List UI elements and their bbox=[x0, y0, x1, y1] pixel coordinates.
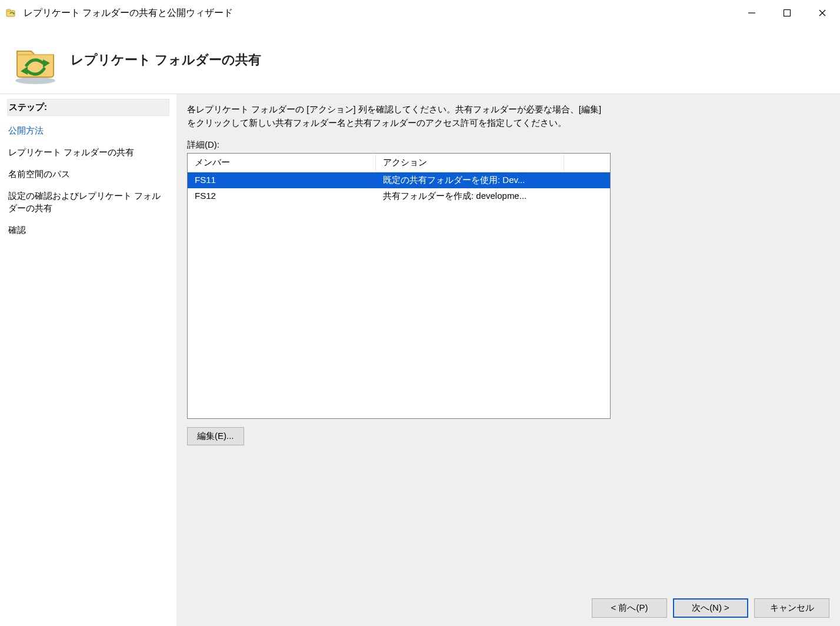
edit-button-row: 編集(E)... bbox=[187, 427, 829, 445]
instruction-text: 各レプリケート フォルダーの [アクション] 列を確認してください。共有フォルダ… bbox=[187, 102, 611, 130]
steps-heading: ステップ: bbox=[7, 99, 169, 116]
back-button[interactable]: < 前へ(P) bbox=[592, 598, 667, 618]
maximize-button[interactable] bbox=[769, 0, 805, 26]
wizard-footer: < 前へ(P) 次へ(N) > キャンセル bbox=[592, 598, 829, 618]
cell-member: FS12 bbox=[188, 188, 376, 204]
window-title: レプリケート フォルダーの共有と公開ウィザード bbox=[24, 7, 734, 19]
listview-rows: FS11 既定の共有フォルダーを使用: Dev... FS12 共有フォルダーを… bbox=[188, 172, 610, 204]
next-button[interactable]: 次へ(N) > bbox=[673, 598, 748, 618]
cancel-button[interactable]: キャンセル bbox=[754, 598, 829, 618]
main-pane: 各レプリケート フォルダーの [アクション] 列を確認してください。共有フォルダ… bbox=[176, 94, 840, 626]
table-row[interactable]: FS12 共有フォルダーを作成: developme... bbox=[188, 188, 610, 204]
step-publish-method[interactable]: 公開方法 bbox=[7, 119, 169, 141]
step-confirm-settings[interactable]: 設定の確認およびレプリケート フォルダーの共有 bbox=[7, 185, 169, 219]
listview-header: メンバー アクション bbox=[188, 154, 610, 172]
wizard-body: ステップ: 公開方法 レプリケート フォルダーの共有 名前空間のパス 設定の確認… bbox=[0, 94, 840, 626]
detail-listview[interactable]: メンバー アクション FS11 既定の共有フォルダーを使用: Dev... FS… bbox=[187, 153, 611, 419]
edit-button[interactable]: 編集(E)... bbox=[187, 427, 244, 445]
step-replicate-folder-share[interactable]: レプリケート フォルダーの共有 bbox=[7, 141, 169, 163]
wizard-header: レプリケート フォルダーの共有 bbox=[0, 26, 840, 94]
step-confirm[interactable]: 確認 bbox=[7, 219, 169, 241]
steps-sidebar: ステップ: 公開方法 レプリケート フォルダーの共有 名前空間のパス 設定の確認… bbox=[0, 94, 176, 626]
cell-action: 既定の共有フォルダーを使用: Dev... bbox=[376, 172, 564, 188]
step-namespace-path[interactable]: 名前空間のパス bbox=[7, 163, 169, 185]
svg-rect-4 bbox=[784, 10, 791, 16]
column-member[interactable]: メンバー bbox=[188, 154, 376, 172]
svg-rect-1 bbox=[6, 9, 11, 11]
detail-label: 詳細(D): bbox=[187, 139, 829, 151]
svg-point-7 bbox=[15, 77, 55, 84]
folder-share-icon bbox=[6, 31, 65, 89]
close-button[interactable] bbox=[805, 0, 840, 26]
column-action[interactable]: アクション bbox=[376, 154, 564, 172]
minimize-button[interactable] bbox=[734, 0, 769, 26]
titlebar: レプリケート フォルダーの共有と公開ウィザード bbox=[0, 0, 840, 26]
cell-member: FS11 bbox=[188, 172, 376, 188]
app-icon bbox=[5, 6, 19, 20]
table-row[interactable]: FS11 既定の共有フォルダーを使用: Dev... bbox=[188, 172, 610, 188]
window-controls bbox=[734, 0, 840, 26]
cell-action: 共有フォルダーを作成: developme... bbox=[376, 188, 564, 204]
page-title: レプリケート フォルダーの共有 bbox=[71, 51, 261, 69]
